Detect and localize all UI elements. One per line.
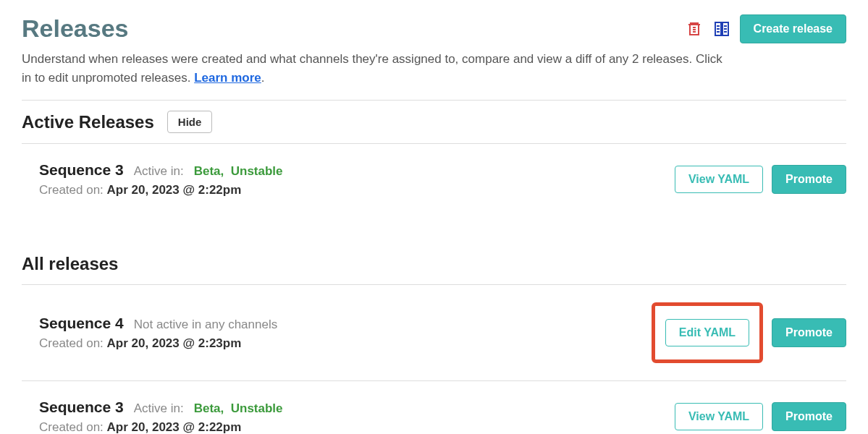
release-actions: View YAML Promote — [675, 402, 846, 431]
created-line: Created on: Apr 20, 2023 @ 2:22pm — [39, 420, 283, 434]
active-in-label: Active in: — [134, 164, 184, 179]
created-label: Created on: — [39, 336, 104, 350]
release-info: Sequence 3 Active in: Beta, Unstable Cre… — [39, 161, 283, 197]
release-info: Sequence 4 Not active in any channels Cr… — [39, 315, 277, 351]
created-value: Apr 20, 2023 @ 2:22pm — [107, 420, 242, 434]
page-title: Releases — [22, 14, 128, 43]
channel-badge: Beta — [194, 401, 221, 415]
period: . — [261, 71, 265, 85]
release-name: Sequence 3 — [39, 161, 124, 179]
active-in-label: Active in: — [134, 401, 184, 416]
created-line: Created on: Apr 20, 2023 @ 2:22pm — [39, 183, 283, 197]
channel-badge: Unstable — [231, 401, 283, 415]
promote-button[interactable]: Promote — [772, 402, 846, 431]
channel-list: Beta, Unstable — [194, 401, 283, 416]
channel-list: Beta, Unstable — [194, 164, 283, 179]
release-name: Sequence 3 — [39, 399, 124, 416]
release-actions: View YAML Promote — [675, 165, 846, 194]
created-value: Apr 20, 2023 @ 2:22pm — [107, 183, 242, 197]
view-yaml-button[interactable]: View YAML — [675, 403, 763, 430]
highlight-annotation: Edit YAML — [652, 302, 763, 363]
promote-button[interactable]: Promote — [772, 165, 846, 194]
channel-badge: Beta — [194, 164, 221, 178]
active-releases-title: Active Releases — [22, 112, 154, 132]
all-releases-header: All releases — [22, 244, 846, 284]
created-line: Created on: Apr 20, 2023 @ 2:23pm — [39, 336, 277, 351]
page-description: Understand when releases were created an… — [22, 50, 731, 87]
release-row: Sequence 4 Not active in any channels Cr… — [22, 285, 846, 381]
channel-sep: , — [221, 164, 231, 178]
all-releases-title: All releases — [22, 254, 118, 274]
release-name: Sequence 4 — [39, 315, 124, 332]
active-releases-header: Active Releases Hide — [22, 101, 846, 143]
not-active-label: Not active in any channels — [134, 318, 277, 332]
learn-more-link[interactable]: Learn more — [194, 71, 261, 85]
description-text: Understand when releases were created an… — [22, 52, 722, 85]
release-actions: Edit YAML Promote — [652, 302, 846, 363]
hide-button[interactable]: Hide — [167, 111, 213, 133]
release-row: Sequence 3 Active in: Beta, Unstable Cre… — [22, 381, 846, 434]
channel-badge: Unstable — [231, 164, 283, 178]
diff-columns-icon[interactable] — [712, 20, 731, 38]
create-release-button[interactable]: Create release — [740, 14, 846, 43]
release-row: Sequence 3 Active in: Beta, Unstable Cre… — [22, 144, 846, 215]
all-releases-section: All releases Sequence 4 Not active in an… — [22, 244, 846, 434]
trash-list-icon[interactable] — [685, 20, 704, 38]
release-info: Sequence 3 Active in: Beta, Unstable Cre… — [39, 399, 283, 434]
promote-button[interactable]: Promote — [772, 318, 846, 347]
view-yaml-button[interactable]: View YAML — [675, 166, 763, 193]
channel-sep: , — [221, 401, 231, 415]
created-label: Created on: — [39, 183, 104, 197]
edit-yaml-button[interactable]: Edit YAML — [665, 319, 749, 346]
created-value: Apr 20, 2023 @ 2:23pm — [107, 336, 242, 350]
created-label: Created on: — [39, 420, 104, 434]
header-actions: Create release — [685, 14, 846, 43]
